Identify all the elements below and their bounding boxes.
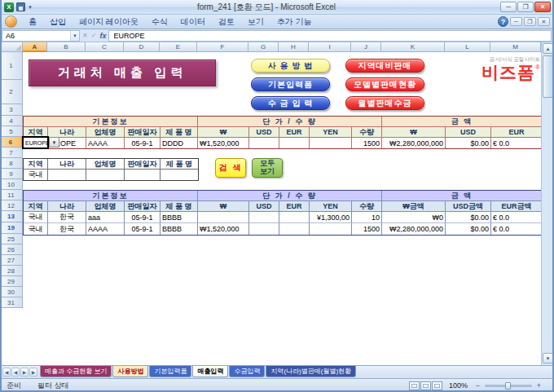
row-header-3[interactable]: 3	[0, 104, 23, 116]
close-button[interactable]: ✕	[534, 2, 551, 12]
row-header-26[interactable]: 26	[0, 244, 23, 255]
search-cell-date[interactable]	[125, 170, 160, 180]
basic-form-button[interactable]: 기본입력폼	[251, 77, 330, 91]
result-cell[interactable]: $0.00	[446, 223, 491, 235]
result-cell[interactable]	[198, 212, 249, 223]
zoom-slider[interactable]: − +	[474, 381, 543, 390]
name-box[interactable]: A6 ▼	[2, 30, 80, 42]
result-cell[interactable]: 1500	[352, 223, 382, 235]
search-cell-company[interactable]	[86, 170, 125, 180]
formula-input[interactable]: EUROPE	[108, 30, 552, 42]
result-cell[interactable]: 국내	[24, 212, 48, 223]
input-cell-company[interactable]: AAAA	[86, 138, 125, 148]
row-header-28[interactable]: 28	[0, 266, 23, 276]
select-all-corner[interactable]	[0, 42, 23, 52]
workbook-close-button[interactable]: ✕	[538, 17, 550, 26]
vertical-scrollbar[interactable]: ▲ ▼	[541, 42, 554, 365]
row-header-1[interactable]: 1	[0, 52, 23, 80]
row-header-31[interactable]: 31	[0, 297, 23, 308]
result-cell[interactable]	[249, 212, 279, 223]
result-cell[interactable]: 10	[352, 212, 382, 223]
page-break-view-icon[interactable]	[432, 381, 442, 390]
col-header-D[interactable]: D	[124, 42, 160, 52]
region-compare-button[interactable]: 지역대비판매	[345, 59, 424, 73]
result-cell[interactable]: $0.00	[446, 212, 491, 223]
input-cell-krw-amount[interactable]: ₩2,280,000,000	[382, 138, 446, 148]
zoom-track[interactable]	[485, 385, 532, 387]
data-validation-dropdown-icon[interactable]: ▼	[49, 137, 59, 148]
col-header-I[interactable]: I	[309, 42, 351, 52]
search-cell-country[interactable]	[48, 170, 86, 180]
first-sheet-icon[interactable]: ◀	[2, 368, 11, 377]
col-header-M[interactable]: M	[490, 42, 541, 52]
input-cell-yen[interactable]	[310, 138, 352, 148]
row-header-7[interactable]: 7	[0, 148, 23, 158]
ribbon-tab-view[interactable]: 보기	[241, 15, 270, 29]
zoom-thumb[interactable]	[505, 382, 511, 390]
scroll-up-icon[interactable]: ▲	[543, 43, 553, 54]
help-icon[interactable]: ?	[498, 16, 508, 27]
result-cell[interactable]: BBBB	[160, 223, 198, 235]
col-header-B[interactable]: B	[47, 42, 86, 52]
input-cell-eur-amount[interactable]: € 0.0	[491, 138, 541, 148]
row-header-5[interactable]: 5	[0, 126, 23, 137]
result-cell[interactable]: AAAA	[86, 223, 125, 235]
normal-view-icon[interactable]	[409, 381, 420, 390]
next-sheet-icon[interactable]: ▶	[20, 368, 29, 377]
sheet-tab-basic-form[interactable]: 기본입력폼	[149, 366, 191, 377]
ribbon-tab-insert[interactable]: 삽입	[43, 15, 73, 29]
input-cell-product[interactable]: DDDD	[160, 138, 198, 148]
col-header-J[interactable]: J	[351, 42, 381, 52]
ribbon-tab-home[interactable]: 홈	[22, 15, 43, 29]
model-status-button[interactable]: 모델별판매현황	[345, 77, 424, 91]
col-header-C[interactable]: C	[86, 42, 124, 52]
sheet-tab-region-status[interactable]: 지역(나라)별판매(월별)현황	[266, 366, 356, 377]
input-cell-usd[interactable]	[249, 138, 279, 148]
result-cell[interactable]: 05-9-1	[125, 212, 160, 223]
row-header-11[interactable]: 11	[0, 190, 23, 200]
enter-entry-icon[interactable]: ✓	[91, 32, 97, 39]
insert-function-icon[interactable]: fx	[99, 32, 106, 40]
sheet-tab-sales-input[interactable]: 매출입력	[192, 366, 228, 377]
last-sheet-icon[interactable]: ▶	[29, 368, 37, 377]
input-cell-usd-amount[interactable]: $0.00	[446, 138, 491, 148]
result-cell[interactable]	[249, 223, 279, 235]
row-header-29[interactable]: 29	[0, 276, 23, 287]
row-header-4[interactable]: 4	[0, 116, 23, 126]
row-header-12[interactable]: 12	[0, 200, 23, 211]
result-cell[interactable]: € 0.0	[491, 212, 541, 223]
monthly-payment-button[interactable]: 월별판매수금	[345, 96, 424, 110]
row-header-30[interactable]: 30	[0, 287, 23, 297]
input-cell-qty[interactable]: 1500	[352, 138, 382, 148]
workbook-restore-button[interactable]: ❐	[524, 17, 536, 26]
col-header-H[interactable]: H	[279, 42, 309, 52]
row-header-27[interactable]: 27	[0, 255, 23, 266]
col-header-F[interactable]: F	[197, 42, 248, 52]
result-cell[interactable]	[279, 212, 310, 223]
result-cell[interactable]: BBBB	[160, 212, 198, 223]
row-header-19[interactable]: 19	[0, 222, 23, 234]
maximize-button[interactable]: ❐	[517, 2, 534, 12]
sheet-tab-payment-input[interactable]: 수금입력	[229, 366, 265, 377]
result-cell[interactable]	[279, 223, 310, 235]
result-cell[interactable]	[310, 223, 352, 235]
row-header-2[interactable]: 2	[0, 80, 23, 104]
result-cell[interactable]: 한국	[48, 212, 86, 223]
col-header-G[interactable]: G	[248, 42, 279, 52]
result-cell[interactable]: 한국	[48, 223, 86, 235]
result-cell[interactable]: € 0.0	[491, 223, 541, 235]
result-cell[interactable]: ₩1,520,000	[198, 223, 249, 235]
col-header-A[interactable]: A	[23, 42, 47, 52]
row-header-10[interactable]: 10	[0, 179, 23, 190]
prev-sheet-icon[interactable]: ◀	[11, 368, 20, 377]
zoom-in-icon[interactable]: +	[535, 381, 543, 390]
usage-button[interactable]: 사 용 방 법	[251, 59, 330, 73]
workbook-minimize-button[interactable]: ─	[510, 17, 522, 26]
zoom-level[interactable]: 100%	[449, 381, 468, 390]
search-button[interactable]: 검 색	[215, 158, 246, 178]
result-cell[interactable]: 05-9-1	[125, 223, 160, 235]
ribbon-tab-review[interactable]: 검토	[212, 15, 241, 29]
col-header-E[interactable]: E	[160, 42, 197, 52]
ribbon-tab-formulas[interactable]: 수식	[145, 15, 174, 29]
sheet-tab-usage[interactable]: 사용방법	[112, 366, 148, 377]
